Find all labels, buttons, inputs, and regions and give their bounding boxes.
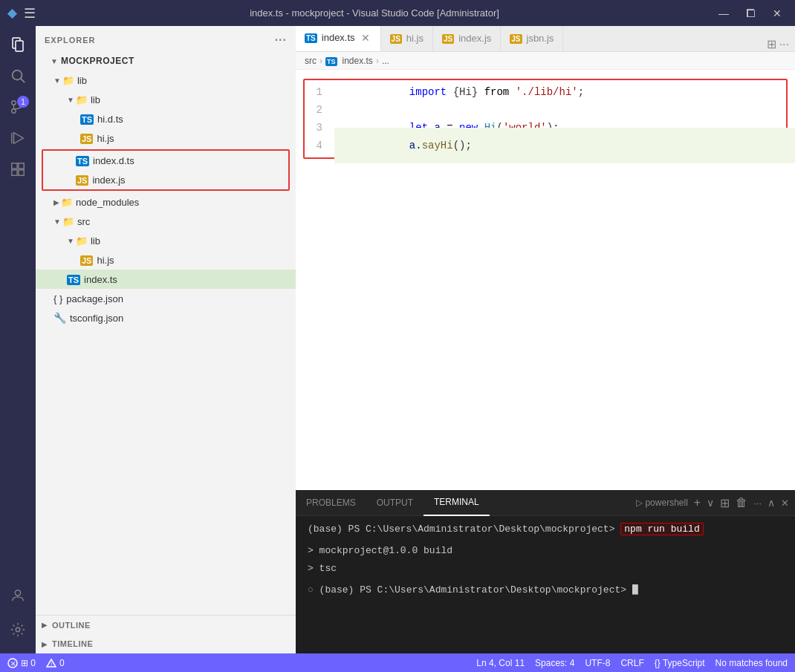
sidebar-item-lib-lib[interactable]: ▼ 📁 lib (36, 90, 296, 109)
sidebar-item-label: hi.js (97, 255, 114, 266)
ts-file-icon: TS (67, 274, 80, 285)
terminal-output: > tsc (308, 563, 337, 574)
sidebar-item-lib-root[interactable]: ▼ 📁 lib (36, 71, 296, 90)
tab-index-ts[interactable]: TS index.ts ✕ (296, 26, 381, 51)
panel-tab-output[interactable]: OUTPUT (366, 490, 424, 516)
arrow-icon: ▼ (67, 237, 74, 245)
hamburger-menu[interactable]: ☰ (24, 5, 36, 22)
timeline-label: TIMELINE (52, 639, 93, 648)
panel-tab-terminal[interactable]: TERMINAL (424, 490, 490, 516)
svg-point-2 (13, 71, 22, 80)
breadcrumb-sep2: › (376, 56, 379, 66)
settings-activity-icon[interactable] (3, 615, 33, 645)
line-ending-info[interactable]: CRLF (620, 658, 643, 668)
tab-bar: TS index.ts ✕ JS hi.js JS index.js JS js… (296, 26, 795, 52)
split-terminal-icon[interactable]: ⊞ (720, 496, 730, 510)
chevron-up-icon[interactable]: ∧ (768, 497, 775, 509)
more-actions-icon[interactable]: ··· (779, 38, 789, 51)
sidebar-spacer (36, 327, 296, 615)
minimize-button[interactable]: — (713, 5, 734, 22)
spaces-info[interactable]: Spaces: 4 (535, 658, 574, 668)
panel-tab-problems[interactable]: PROBLEMS (296, 490, 366, 516)
terminal-content[interactable]: (base) PS C:\Users\Administrator\Desktop… (296, 516, 795, 653)
sidebar-item-src-lib[interactable]: ▼ 📁 lib (36, 231, 296, 250)
encoding-info[interactable]: UTF-8 (585, 658, 610, 668)
code-editor[interactable]: 1 import {Hi} from './lib/hi'; 2 3 let a… (296, 70, 795, 490)
folder-icon: 📁 (76, 235, 88, 247)
trash-icon[interactable]: 🗑 (736, 496, 747, 509)
sidebar-item-label: lib (91, 235, 100, 247)
source-control-activity-icon[interactable]: 1 (3, 92, 33, 122)
sidebar-more-icon[interactable]: ··· (275, 33, 287, 47)
sidebar-item-index-ts[interactable]: TS index.ts (36, 270, 296, 289)
js-file-icon: JS (80, 255, 93, 266)
code-red-outline: 1 import {Hi} from './lib/hi'; 2 3 let a… (303, 79, 788, 159)
chevron-down-icon[interactable]: ∨ (707, 497, 714, 509)
sidebar-item-node-modules[interactable]: ▶ 📁 node_modules (36, 192, 296, 212)
panel-tab-bar: PROBLEMS OUTPUT TERMINAL ▷ powershell + … (296, 490, 795, 516)
status-bar: ✕ ⊞ 0 ! 0 Ln 4, Col 11 Spaces: 4 UTF-8 C… (0, 653, 795, 672)
project-root[interactable]: ▼ MOCKPROJECT (36, 51, 296, 71)
tab-hi-js[interactable]: JS hi.js (381, 26, 433, 51)
search-activity-icon[interactable] (3, 61, 33, 91)
import-brace: {Hi} (453, 86, 478, 98)
warning-icon: ! (46, 658, 56, 668)
window-title: index.ts - mockproject - Visual Studio C… (250, 7, 499, 19)
sidebar-item-hi-js-lib[interactable]: JS hi.js (36, 128, 296, 148)
svg-point-5 (12, 109, 16, 114)
svg-line-3 (21, 79, 25, 83)
more-icon[interactable]: ··· (753, 498, 762, 509)
sidebar: EXPLORER ··· ▼ MOCKPROJECT ▼ 📁 lib ▼ 📁 l… (36, 26, 296, 653)
svg-rect-12 (12, 170, 17, 175)
sidebar-item-src-hi-js[interactable]: JS hi.js (36, 250, 296, 270)
run-activity-icon[interactable] (3, 123, 33, 153)
ts-file-icon: TS (76, 155, 89, 166)
breadcrumb-src[interactable]: src (305, 56, 317, 66)
error-count: ⊞ 0 (21, 658, 36, 668)
tab-close-icon[interactable]: ✕ (360, 32, 371, 44)
sidebar-item-tsconfig-json[interactable]: 🔧 tsconfig.json (36, 308, 296, 327)
tab-jsbn-js[interactable]: JS jsbn.js (501, 26, 563, 51)
arrow-icon: ▼ (53, 76, 61, 85)
explorer-activity-icon[interactable] (3, 30, 33, 59)
terminal-output: > mockproject@1.0.0 build (308, 545, 452, 556)
line-number: 3 (305, 122, 334, 134)
sidebar-item-package-json[interactable]: { } package.json (36, 289, 296, 308)
language-info[interactable]: {} TypeScript (655, 658, 705, 668)
restore-button[interactable]: ⧠ (740, 5, 761, 22)
json-file-icon: { } (53, 293, 62, 304)
vscode-logo: ◆ (7, 6, 16, 20)
errors-status[interactable]: ✕ ⊞ 0 (7, 658, 36, 668)
terminal-command: npm run build (620, 523, 703, 535)
breadcrumb-file[interactable]: index.ts (343, 56, 373, 66)
timeline-section[interactable]: ▶ TIMELINE (36, 634, 296, 653)
sidebar-item-index-d-ts[interactable]: TS index.d.ts (43, 151, 288, 170)
tab-index-js[interactable]: JS index.js (433, 26, 501, 51)
sidebar-item-index-js-lib[interactable]: JS index.js (43, 170, 288, 189)
red-outline-lib-files: TS index.d.ts JS index.js (42, 149, 290, 191)
sidebar-item-hi-d-ts[interactable]: TS hi.d.ts (36, 109, 296, 128)
account-activity-icon[interactable] (3, 581, 33, 610)
warnings-status[interactable]: ! 0 (46, 658, 65, 668)
split-editor-icon[interactable]: ⊞ (767, 37, 776, 51)
activity-bar: 1 (0, 26, 36, 653)
warning-count: 0 (59, 658, 65, 668)
close-panel-icon[interactable]: ✕ (781, 498, 789, 509)
breadcrumb: src › TS index.ts › ... (296, 52, 795, 70)
sidebar-item-label: package.json (66, 293, 123, 304)
activity-bar-bottom (3, 581, 33, 653)
close-button[interactable]: ✕ (767, 5, 788, 22)
arrow-icon: ▼ (67, 96, 74, 104)
outline-section[interactable]: ▶ OUTLINE (36, 615, 296, 634)
svg-rect-11 (19, 163, 24, 169)
arrow-icon: ▶ (42, 640, 48, 648)
terminal-line-1: (base) PS C:\Users\Administrator\Desktop… (308, 521, 783, 538)
extensions-activity-icon[interactable] (3, 154, 33, 184)
terminal-line-4: ○ (base) PS C:\Users\Administrator\Deskt… (308, 581, 783, 598)
new-terminal-icon[interactable]: + (694, 496, 701, 509)
sidebar-item-src[interactable]: ▼ 📁 src (36, 212, 296, 231)
js-file-icon: JS (390, 33, 402, 44)
cursor-position[interactable]: Ln 4, Col 11 (476, 658, 525, 668)
status-bar-right: Ln 4, Col 11 Spaces: 4 UTF-8 CRLF {} Typ… (476, 658, 788, 668)
panel-tab-label: PROBLEMS (306, 498, 356, 508)
